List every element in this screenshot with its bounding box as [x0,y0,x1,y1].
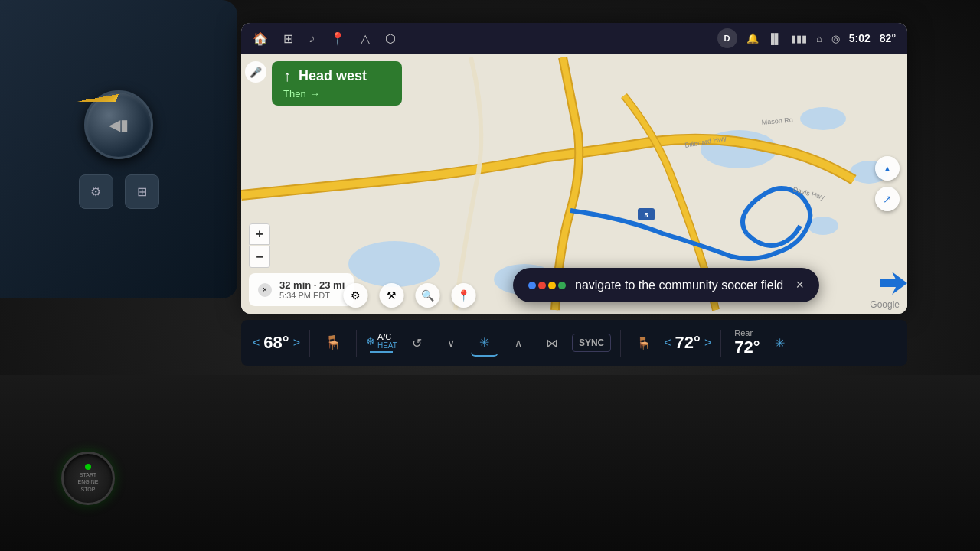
sync-button[interactable]: SYNC [572,334,611,352]
left-temperature: 68° [263,333,289,353]
right-temp-increase[interactable]: > [704,336,711,350]
map-bottom-icons: ⚙ ⚒ 🔍 📍 [344,283,476,308]
user-badge[interactable]: D [717,28,737,48]
assistant-close-button[interactable]: × [795,277,804,293]
dot-red [538,282,546,289]
bell-icon[interactable]: 🔔 [746,33,759,44]
nav-icons: 🏠 ⊞ ♪ 📍 △ ⬡ [253,31,396,46]
outside-temp: 82° [880,32,896,44]
screen-topbar: 🏠 ⊞ ♪ 📍 △ ⬡ D 🔔 ▐▌ ▮▮▮ ⌂ ◎ 5:02 82° [241,23,907,54]
dot-yellow [548,282,556,289]
svg-point-4 [800,107,846,130]
status-home-icon: ⌂ [816,33,822,44]
menu-ctrl-button[interactable]: ⊞ [125,174,159,209]
rear-climate-group: Rear 72° [734,328,760,357]
divider-4 [720,330,721,357]
svg-point-1 [348,241,440,287]
right-temp-control: < 72° > [664,333,711,353]
left-temp-control: < 68° > [253,333,300,353]
direction-then: Then → [283,88,390,99]
map-controls-right: ▲ ↗ [875,156,900,211]
map-search-button[interactable]: 🔍 [416,283,440,308]
trip-info-panel: × 32 min · 23 mi 5:34 PM EDT [249,273,354,306]
left-controls-panel: ◀▮ ⚙ ⊞ [0,0,237,298]
rear-fan-button[interactable]: ✳ [766,329,794,357]
dot-green [558,282,566,289]
recenter-button[interactable]: ↗ [875,187,900,211]
status-location-icon: ◎ [831,33,840,44]
signal-icon: ▐▌ [768,33,782,44]
svg-text:5: 5 [644,211,648,219]
main-screen: 🏠 ⊞ ♪ 📍 △ ⬡ D 🔔 ▐▌ ▮▮▮ ⌂ ◎ 5:02 82° [241,23,907,314]
volume-knob[interactable]: ◀▮ [84,90,153,159]
recirculate-button[interactable]: ↺ [403,329,431,357]
nav-triangle-icon[interactable]: △ [361,31,370,46]
fan-up-button[interactable]: ∧ [505,329,532,357]
fan-down-button[interactable]: ∨ [437,329,465,357]
zoom-in-button[interactable]: + [249,223,270,245]
ac-heat-group[interactable]: ❄ A/CHEAT [366,333,397,353]
divider-3 [620,330,621,357]
trip-eta: 5:34 PM EDT [279,291,345,300]
engine-start-button[interactable]: STARTENGINESTOP [61,452,115,505]
time-display: 5:02 [849,32,871,44]
then-label: Then [283,88,306,99]
map-tools-button[interactable]: ⚒ [380,283,404,308]
dot-blue [528,282,536,289]
microphone-button[interactable]: 🎤 [245,61,266,83]
direction-main: ↑ Head west [283,67,390,85]
assistant-query-text: navigate to the community soccer field [575,279,786,292]
navigation-direction-box: ↑ Head west Then → [272,61,402,106]
nav-hex-icon[interactable]: ⬡ [385,31,396,46]
rear-label: Rear [734,328,760,337]
zoom-controls: + − [249,223,270,268]
then-arrow: → [310,88,320,99]
divider-2 [356,330,357,357]
map-area[interactable]: Billboard Hwy Mason Rd Davis Hwy 5 ↗ 🎤 ↑… [241,54,907,314]
map-pin-button[interactable]: 📍 [452,283,476,308]
rear-temperature: 72° [734,337,760,357]
volume-icon: ◀▮ [109,116,129,134]
nav-grid-icon[interactable]: ⊞ [283,31,293,46]
engine-status-dot [85,464,91,470]
direction-up-arrow: ↑ [283,67,291,85]
google-assistant-dots [528,282,566,289]
nav-location-icon[interactable]: 📍 [330,31,345,46]
fan-speed-button[interactable]: ✳ [471,329,498,357]
nav-music-icon[interactable]: ♪ [309,31,315,45]
control-buttons: ⚙ ⊞ [79,174,159,209]
google-logo: Google [870,299,900,310]
bottom-area: STARTENGINESTOP [0,375,980,551]
engine-start-label: STARTENGINESTOP [78,471,99,492]
trip-info-close[interactable]: × [258,283,272,297]
status-bar: D 🔔 ▐▌ ▮▮▮ ⌂ ◎ 5:02 82° [717,28,896,48]
battery-icon: ▮▮▮ [791,33,807,44]
settings-ctrl-button[interactable]: ⚙ [79,174,113,209]
map-settings-button[interactable]: ⚙ [344,283,368,308]
left-temp-decrease[interactable]: < [253,336,260,350]
zoom-out-button[interactable]: − [249,246,270,268]
assistant-notification: navigate to the community soccer field × [513,268,819,302]
compass-button[interactable]: ▲ [875,156,900,181]
right-temp-decrease[interactable]: < [664,336,671,350]
left-temp-increase[interactable]: > [293,336,300,350]
seat-heat-left-button[interactable]: 🪑 [319,329,347,357]
svg-point-6 [808,217,838,235]
nav-home-icon[interactable]: 🏠 [253,31,268,46]
trip-duration: 32 min · 23 mi [279,279,345,291]
right-temperature: 72° [675,333,701,353]
hvac-bar: < 68° > 🪑 ❄ A/CHEAT ↺ ∨ ✳ ∧ ⋈ SYNC 🪑 < 7… [241,320,907,366]
defrost-button[interactable]: ⋈ [538,329,566,357]
direction-text: Head west [299,68,367,84]
divider-1 [309,330,310,357]
rear-seat-button[interactable]: 🪑 [630,329,658,357]
